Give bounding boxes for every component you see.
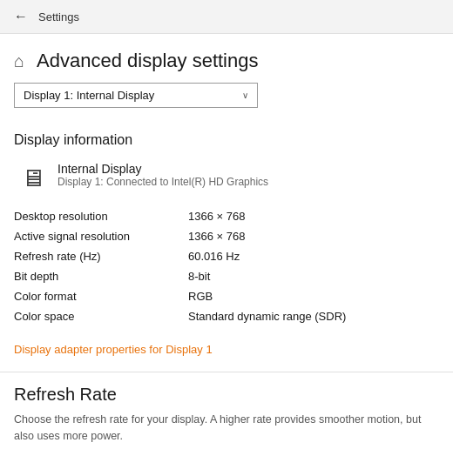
header-title: Settings [38,10,79,23]
display-info-section-title: Display information [0,122,453,155]
display-selector-dropdown[interactable]: Display 1: Internal Display ∨ [14,83,258,108]
chevron-down-icon: ∨ [242,91,248,100]
row-label-color-format: Color format [14,290,188,303]
row-value-signal-resolution: 1366 × 768 [188,230,245,243]
table-row: Desktop resolution 1366 × 768 [14,206,439,226]
row-value-bit-depth: 8-bit [188,270,210,283]
section-divider [0,372,453,372]
row-label-signal-resolution: Active signal resolution [14,230,188,243]
back-button[interactable]: ← [14,9,28,24]
row-label-refresh-rate: Refresh rate (Hz) [14,250,188,263]
adapter-link[interactable]: Display adapter properties for Display 1 [14,343,213,356]
table-row: Color format RGB [14,286,439,306]
row-label-desktop-resolution: Desktop resolution [14,210,188,223]
header-bar: ← Settings [0,0,453,34]
adapter-link-wrapper: Display adapter properties for Display 1 [0,333,453,368]
display-subtitle: Display 1: Connected to Intel(R) HD Grap… [57,176,268,188]
page-title: Advanced display settings [37,50,258,72]
refresh-rate-description: Choose the refresh rate for your display… [14,412,439,445]
home-icon: ⌂ [14,51,24,71]
refresh-rate-section: Refresh Rate Choose the refresh rate for… [0,376,453,453]
refresh-rate-title: Refresh Rate [14,385,439,405]
info-table: Desktop resolution 1366 × 768 Active sig… [0,199,453,333]
display-name: Internal Display [57,162,268,176]
row-label-color-space: Color space [14,310,188,323]
table-row: Active signal resolution 1366 × 768 [14,226,439,246]
monitor-icon: 🖥 [21,164,45,192]
display-selector-text: Display 1: Internal Display [24,89,154,102]
table-row: Bit depth 8-bit [14,266,439,286]
row-value-desktop-resolution: 1366 × 768 [188,210,245,223]
display-selector-wrapper: Display 1: Internal Display ∨ [0,83,453,122]
table-row: Color space Standard dynamic range (SDR) [14,306,439,326]
row-value-color-space: Standard dynamic range (SDR) [188,310,346,323]
row-value-refresh-rate: 60.016 Hz [188,250,240,263]
display-name-group: Internal Display Display 1: Connected to… [57,162,268,188]
table-row: Refresh rate (Hz) 60.016 Hz [14,246,439,266]
display-info-block: 🖥 Internal Display Display 1: Connected … [0,155,453,199]
row-value-color-format: RGB [188,290,213,303]
page-header: ⌂ Advanced display settings [0,34,453,83]
row-label-bit-depth: Bit depth [14,270,188,283]
